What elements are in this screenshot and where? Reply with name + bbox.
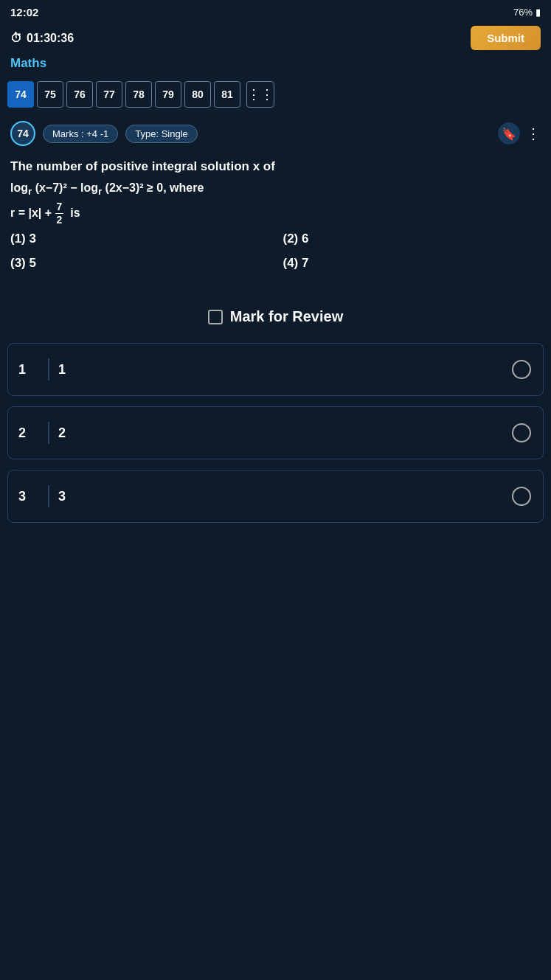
mark-for-review-row: Mark for Review: [10, 295, 541, 343]
battery-icon: ▮: [536, 7, 541, 18]
answer-section: 1 1 2 2 3 3: [0, 343, 551, 523]
option-3[interactable]: (3) 5: [10, 253, 268, 274]
option-4[interactable]: (4) 7: [283, 253, 541, 274]
answer-val-2: 2: [58, 425, 66, 441]
more-options-icon[interactable]: ⋮: [526, 125, 541, 142]
answer-num-2: 2: [18, 425, 39, 441]
q-num-81[interactable]: 81: [214, 81, 240, 108]
question-body: The number of positive integral solution…: [10, 156, 541, 295]
question-number-badge: 74: [10, 121, 35, 146]
q-num-80[interactable]: 80: [184, 81, 211, 108]
timer-value: 01:30:36: [27, 32, 74, 45]
answer-val-3: 3: [58, 489, 66, 504]
fraction-denominator: 2: [55, 214, 64, 226]
subject-label: Maths: [0, 55, 551, 75]
option-1[interactable]: (1) 3: [10, 229, 268, 250]
question-line3: r = |x| + 7 2 is: [10, 201, 541, 226]
fraction: 7 2: [55, 201, 64, 226]
marks-pill: Marks : +4 -1: [43, 125, 118, 143]
answer-num-1: 1: [18, 362, 39, 378]
meta-icons: 🔖 ⋮: [498, 122, 541, 145]
answer-divider-2: [48, 422, 49, 444]
answer-num-3: 3: [18, 489, 39, 504]
mark-review-checkbox[interactable]: [208, 310, 223, 324]
question-nav: 74 75 76 77 78 79 80 81 ⋮⋮: [0, 75, 551, 114]
bookmark-icon[interactable]: 🔖: [498, 122, 520, 145]
answer-row-3[interactable]: 3 3: [7, 470, 544, 523]
mark-review-label: Mark for Review: [230, 308, 343, 325]
answer-divider-3: [48, 485, 49, 507]
question-line1: The number of positive integral solution…: [10, 156, 541, 178]
question-panel: 74 Marks : +4 -1 Type: Single 🔖 ⋮ The nu…: [0, 114, 551, 343]
submit-button[interactable]: Submit: [471, 26, 541, 50]
timer-icon: ⏱: [10, 32, 22, 45]
timer-row: ⏱ 01:30:36 Submit: [0, 21, 551, 55]
answer-divider-1: [48, 358, 49, 380]
answer-row-2[interactable]: 2 2: [7, 406, 544, 459]
q-num-78[interactable]: 78: [125, 81, 152, 108]
options-grid: (1) 3 (2) 6 (3) 5 (4) 7: [10, 226, 541, 285]
answer-row-1[interactable]: 1 1: [7, 343, 544, 396]
q-num-74[interactable]: 74: [7, 81, 34, 108]
answer-radio-1[interactable]: [512, 360, 531, 379]
q-num-76[interactable]: 76: [66, 81, 93, 108]
answer-radio-3[interactable]: [512, 487, 531, 506]
q-num-79[interactable]: 79: [155, 81, 181, 108]
fraction-numerator: 7: [55, 201, 64, 214]
grid-view-button[interactable]: ⋮⋮: [246, 81, 274, 108]
type-pill: Type: Single: [125, 125, 198, 143]
option-2[interactable]: (2) 6: [283, 229, 541, 250]
battery-text: 76%: [513, 7, 533, 18]
answer-radio-2[interactable]: [512, 423, 531, 442]
q-num-75[interactable]: 75: [37, 81, 63, 108]
answer-val-1: 1: [58, 362, 66, 378]
question-meta: 74 Marks : +4 -1 Type: Single 🔖 ⋮: [10, 121, 541, 146]
status-right: 76% ▮: [513, 7, 541, 18]
question-line2: logr (x−7)² − logr (2x−3)² ≥ 0, where: [10, 178, 541, 201]
timer-display: ⏱ 01:30:36: [10, 32, 74, 45]
status-time: 12:02: [10, 6, 38, 18]
q-num-77[interactable]: 77: [96, 81, 122, 108]
status-bar: 12:02 76% ▮: [0, 0, 551, 21]
